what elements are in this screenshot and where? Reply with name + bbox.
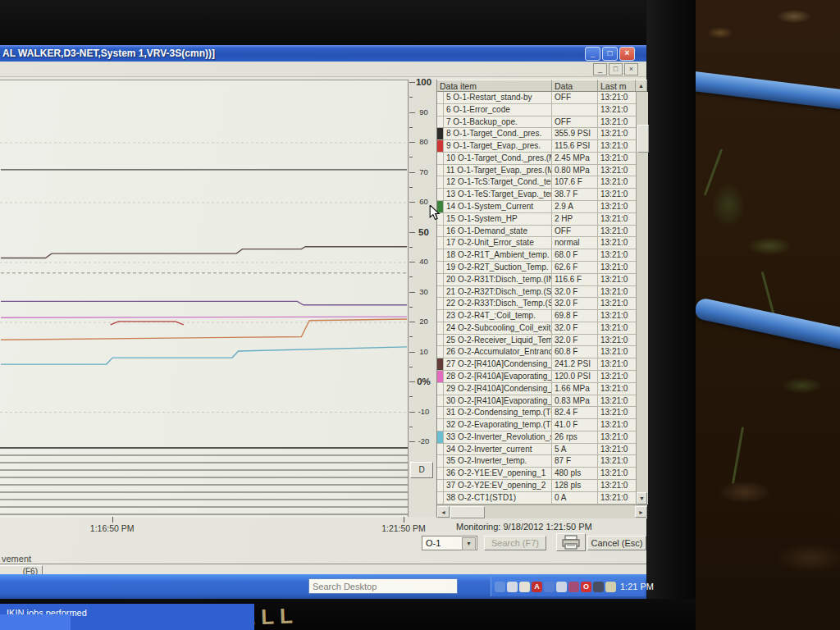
table-row[interactable]: 6 O-1-Error_code13:21:0 [437, 104, 636, 116]
table-row[interactable]: 35 O-2-Inverter_temp.87 F13:21:0 [437, 455, 636, 468]
last-modified-cell: 13:21:0 [598, 455, 636, 467]
vertical-scroll-thumb[interactable] [637, 125, 649, 153]
series-color-swatch [437, 407, 444, 418]
table-row[interactable]: 33 O-2-Inverter_Revolution_spe26 rps13:2… [437, 431, 636, 444]
media-status-icon[interactable] [519, 582, 530, 592]
close-button[interactable]: × [619, 47, 635, 61]
table-row[interactable]: 12 O-1-TcS:Target_Cond._temp107.6 F13:21… [437, 176, 636, 189]
player-icon[interactable] [593, 582, 604, 592]
cancel-button[interactable]: Cancel (Esc) [587, 536, 646, 550]
table-header: Data item Data Last m ▲ [437, 80, 647, 92]
data-value-cell: 68.0 F [552, 249, 598, 261]
table-row[interactable]: 7 O-1-Backup_ope.OFF13:21:0 [437, 116, 636, 129]
series-color-swatch [437, 346, 444, 358]
table-row[interactable]: 27 O-2-[R410A]Condensing_pre241.2 PSI13:… [437, 358, 636, 371]
print-button[interactable] [556, 533, 586, 551]
laptop-screen: AL WALKER,D3-NET,System 1,VRV-3S(cmn))] … [0, 45, 646, 599]
child-restore-button[interactable]: □ [609, 63, 623, 75]
table-row[interactable]: 5 O-1-Restart_stand-byOFF13:21:0 [437, 92, 636, 104]
search-tray-icon[interactable] [544, 582, 555, 592]
quick-help-icon[interactable] [495, 582, 505, 592]
table-row[interactable]: 22 O-2-R33T:Disch._Temp.(STD32.0 F13:21:… [437, 298, 636, 310]
data-value-cell: 26 rps [552, 431, 598, 443]
last-modified-cell: 13:21:0 [598, 492, 636, 504]
table-vertical-scrollbar[interactable]: ▼ [636, 92, 648, 504]
table-row[interactable]: 15 O-1-System_HP2 HP13:21:0 [437, 213, 636, 226]
last-modified-cell: 13:21:0 [598, 358, 636, 370]
network-icon[interactable] [568, 582, 579, 592]
chart-y-axis: 1009080706050403020100%-10-20 [408, 80, 438, 517]
table-row[interactable]: 25 O-2-Receiver_Liquid_Temp.32.0 F13:21:… [437, 335, 636, 347]
series-O-2-[R410A]Evaporating_pres. [1, 317, 407, 317]
column-header-data-item[interactable]: Data item [437, 80, 552, 92]
last-modified-cell: 13:21:0 [598, 92, 636, 103]
last-modified-cell: 13:21:0 [598, 407, 636, 418]
table-row[interactable]: 37 O-2-Y2E:EV_opening_2128 pls13:21:0 [437, 480, 636, 492]
table-row[interactable]: 31 O-2-Condensing_temp.(TC)82.4 F13:21:0 [437, 407, 636, 419]
table-row[interactable]: 20 O-2-R31T:Disch._temp.(INV)116.6 F13:2… [437, 274, 636, 286]
data-item-table: Data item Data Last m ▲ 5 O-1-Restart_st… [436, 80, 647, 518]
scroll-down-button[interactable]: ▼ [637, 492, 647, 504]
table-row[interactable]: 14 O-1-System_Current2.9 A13:21:0 [437, 201, 636, 213]
search-button[interactable]: Search (F7) [484, 536, 546, 550]
sort-arrow-icon[interactable]: ▲ [636, 80, 647, 92]
child-minimize-button[interactable]: _ [593, 63, 607, 75]
series-color-swatch [437, 92, 444, 103]
scroll-right-button[interactable]: ► [635, 506, 647, 518]
table-horizontal-scrollbar[interactable]: ◄ ► [437, 504, 647, 518]
acrobat-icon[interactable]: A [532, 582, 542, 592]
table-row[interactable]: 18 O-2-R1T_Ambient_temp.68.0 F13:21:0 [437, 249, 636, 262]
pointer-tool-icon[interactable] [605, 582, 616, 592]
opera-icon[interactable]: O [581, 582, 591, 592]
column-header-data[interactable]: Data [552, 80, 598, 92]
dropdown-arrow-icon[interactable]: ▼ [462, 537, 476, 550]
column-header-last-m[interactable]: Last m [598, 80, 636, 92]
last-modified-cell: 13:21:0 [598, 140, 636, 152]
restore-button[interactable]: □ [602, 47, 618, 61]
y-tick-mark [409, 157, 413, 158]
volume-muted-icon[interactable] [507, 582, 518, 592]
y-tick-mark [409, 336, 413, 337]
scroll-left-button[interactable]: ◄ [437, 506, 450, 518]
window-title: AL WALKER,D3-NET,System 1,VRV-3S(cmn))] [2, 45, 215, 62]
table-row[interactable]: 26 O-2-Accumulator_Entrance_T60.8 F13:21… [437, 346, 636, 358]
table-row[interactable]: 30 O-2-[R410A]Evaporating_pre:0.83 MPa13… [437, 395, 636, 408]
table-row[interactable]: 24 O-2-Subcooling_Coil_exit_Te32.0 F13:2… [437, 322, 636, 335]
y-tick-mark [409, 127, 413, 128]
series-O-2-Inverter_Revolution_speed [1, 347, 407, 364]
series-color-swatch [437, 189, 444, 200]
data-item-cell: 14 O-1-System_Current [444, 201, 552, 212]
search-desktop-input[interactable] [308, 578, 458, 594]
table-row[interactable]: 13 O-1-TeS:Target_Evap._temp.38.7 F13:21… [437, 189, 636, 201]
table-row[interactable]: 19 O-2-R2T_Suction_Temp.62.6 F13:21:0 [437, 262, 636, 274]
table-row[interactable]: 32 O-2-Evaporating_temp.(TE)41.0 F13:21:… [437, 419, 636, 431]
horizontal-scroll-thumb[interactable] [450, 506, 485, 518]
y-tick-label: 80 [413, 137, 435, 146]
digital-band-button[interactable]: D [410, 462, 433, 478]
table-row[interactable]: 23 O-2-R4T_:Coil_temp.69.8 F13:21:0 [437, 310, 636, 322]
table-body: 5 O-1-Restart_stand-byOFF13:21:06 O-1-Er… [437, 92, 636, 504]
series-color-swatch [437, 286, 444, 298]
table-row[interactable]: 8 O-1-Target_Cond._pres.355.9 PSI13:21:0 [437, 128, 636, 140]
data-value-cell: 82.4 F [552, 407, 598, 418]
unit-selector-dropdown[interactable]: O-1 ▼ [422, 536, 477, 550]
table-row[interactable]: 28 O-2-[R410A]Evaporating_pre:120.0 PSI1… [437, 371, 636, 383]
data-value-cell: 0.80 MPa [552, 165, 598, 176]
child-close-button[interactable]: × [624, 63, 638, 75]
data-value-cell: 128 pls [552, 480, 598, 491]
minimize-button[interactable]: _ [585, 47, 600, 61]
table-row[interactable]: 16 O-1-Demand_stateOFF13:21:0 [437, 226, 636, 238]
table-row[interactable]: 38 O-2-CT1(STD1)0 A13:21:0 [437, 492, 636, 504]
table-row[interactable]: 11 O-1-Target_Evap._pres.(MPa0.80 MPa13:… [437, 165, 636, 177]
mdi-child-bar: _ □ × [0, 62, 646, 77]
table-row[interactable]: 34 O-2-Inverter_current5 A13:21:0 [437, 444, 636, 456]
table-row[interactable]: 29 O-2-[R410A]Condensing_pre1.66 MPa13:2… [437, 383, 636, 395]
last-modified-cell: 13:21:0 [598, 480, 636, 491]
table-row[interactable]: 36 O-2-Y1E:EV_opening_1480 pls13:21:0 [437, 468, 636, 480]
table-row[interactable]: 10 O-1-Target_Cond._pres.(MPa2.45 MPa13:… [437, 153, 636, 165]
series-color-swatch [437, 128, 444, 139]
table-row[interactable]: 9 O-1-Target_Evap._pres.115.6 PSI13:21:0 [437, 140, 636, 153]
table-row[interactable]: 21 O-2-R32T:Disch._temp.(STD32.0 F13:21:… [437, 286, 636, 299]
display-settings-icon[interactable] [556, 582, 567, 592]
table-row[interactable]: 17 O-2-Unit_Error_statenormal13:21:0 [437, 237, 636, 249]
